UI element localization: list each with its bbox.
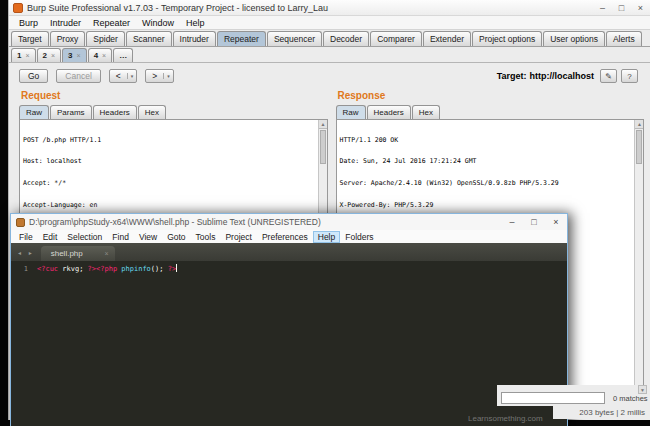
help-button[interactable]: ?: [621, 69, 638, 83]
desktop: Burp Suite Professional v1.7.03 - Tempor…: [0, 0, 650, 426]
menu-project[interactable]: Project: [220, 232, 256, 242]
menu-edit[interactable]: Edit: [38, 232, 63, 242]
menu-view[interactable]: View: [134, 232, 162, 242]
repeater-tab-1[interactable]: 1 ×: [11, 48, 36, 62]
target-zone: Target: http://localhost ✎ ?: [497, 69, 642, 83]
repeater-tab-1-label: 1: [17, 51, 21, 60]
cancel-button: Cancel: [56, 69, 100, 83]
repeater-tab-2-label: 2: [43, 51, 47, 60]
menu-tools[interactable]: Tools: [191, 232, 221, 242]
next-request-button[interactable]: > ▾: [145, 69, 173, 83]
tab-spider[interactable]: Spider: [86, 31, 125, 46]
close-tab-icon[interactable]: ×: [51, 52, 55, 59]
question-icon: ?: [627, 72, 631, 81]
burp-titlebar: Burp Suite Professional v1.7.03 - Tempor…: [9, 0, 650, 16]
menu-folders[interactable]: Folders: [340, 232, 378, 242]
minimize-icon[interactable]: –: [501, 217, 523, 227]
maximize-icon[interactable]: □: [523, 217, 545, 227]
tab-repeater[interactable]: Repeater: [217, 31, 266, 46]
scrollbar-thumb[interactable]: [636, 130, 642, 164]
burp-window-title: Burp Suite Professional v1.7.03 - Tempor…: [27, 3, 328, 13]
menu-help[interactable]: Help: [180, 18, 211, 28]
tab-decoder[interactable]: Decoder: [323, 31, 369, 46]
sublime-titlebar: D:\program\phpStudy-x64\WWW\shell.php - …: [11, 214, 567, 230]
sublime-tabbar: ◂ ▸ shell.php ×: [11, 243, 567, 261]
menu-find[interactable]: Find: [107, 232, 134, 242]
target-label: Target:: [497, 71, 527, 81]
menu-file[interactable]: File: [14, 232, 38, 242]
response-tab-hex[interactable]: Hex: [412, 105, 440, 119]
request-tab-params[interactable]: Params: [50, 105, 92, 119]
minimize-icon[interactable]: –: [593, 3, 612, 13]
tab-target[interactable]: Target: [11, 31, 49, 46]
close-icon[interactable]: ×: [545, 217, 567, 227]
go-button[interactable]: Go: [19, 69, 48, 83]
chevron-down-icon[interactable]: ▾: [163, 73, 173, 79]
repeater-subtabs: 1 × 2 × 3 × 4 × …: [9, 47, 650, 63]
close-tab-icon[interactable]: ×: [77, 52, 81, 59]
menu-preferences[interactable]: Preferences: [257, 232, 313, 242]
tab-scroll-arrows-icon[interactable]: ◂ ▸: [18, 249, 35, 256]
burp-app-icon: [13, 3, 23, 13]
repeater-tab-3[interactable]: 3 ×: [62, 48, 87, 62]
tab-extender[interactable]: Extender: [423, 31, 471, 46]
response-panel-title: Response: [338, 90, 645, 101]
repeater-tab-more[interactable]: …: [113, 48, 133, 62]
response-tab-raw[interactable]: Raw: [336, 105, 366, 119]
search-input[interactable]: [501, 392, 605, 404]
repeater-tab-2[interactable]: 2 ×: [37, 48, 62, 62]
tab-user-options[interactable]: User options: [543, 31, 605, 46]
request-tab-headers[interactable]: Headers: [93, 105, 137, 119]
scrollbar-thumb[interactable]: [320, 130, 326, 164]
tab-project-options[interactable]: Project options: [472, 31, 542, 46]
response-search-bar: ▼ 0 matches: [497, 385, 650, 406]
chevron-down-icon[interactable]: ▾: [127, 73, 137, 79]
sublime-tab-shellphp[interactable]: shell.php ×: [41, 246, 115, 261]
sublime-menubar: File Edit Selection Find View Goto Tools…: [11, 230, 567, 243]
maximize-icon[interactable]: □: [612, 3, 631, 13]
watermark: Learnsomething.com: [468, 414, 543, 423]
menu-burp[interactable]: Burp: [13, 18, 44, 28]
close-tab-icon[interactable]: ×: [25, 52, 29, 59]
pencil-icon: ✎: [605, 72, 612, 81]
scroll-down-icon[interactable]: ▼: [638, 385, 647, 394]
close-tab-icon[interactable]: ×: [102, 52, 106, 59]
request-tab-raw[interactable]: Raw: [19, 105, 49, 119]
close-tab-icon[interactable]: ×: [105, 250, 109, 257]
tab-alerts[interactable]: Alerts: [606, 31, 642, 46]
repeater-tab-more-label: …: [119, 51, 127, 60]
scroll-up-icon[interactable]: ▲: [319, 120, 328, 129]
menu-intruder[interactable]: Intruder: [44, 18, 87, 28]
tab-proxy[interactable]: Proxy: [50, 31, 86, 46]
tab-sequencer[interactable]: Sequencer: [267, 31, 322, 46]
response-tab-headers[interactable]: Headers: [367, 105, 411, 119]
request-panel-title: Request: [21, 90, 328, 101]
menu-repeater[interactable]: Repeater: [87, 18, 136, 28]
next-icon[interactable]: >: [146, 71, 163, 81]
menu-window[interactable]: Window: [136, 18, 180, 28]
request-tab-hex[interactable]: Hex: [138, 105, 166, 119]
sublime-editor[interactable]: 1 <?cuc rkvg; ?><?php phpinfo(); ?>: [11, 261, 567, 274]
response-scrollbar[interactable]: ▲: [634, 120, 643, 390]
prev-request-button[interactable]: < ▾: [109, 69, 137, 83]
tab-scanner[interactable]: Scanner: [126, 31, 172, 46]
menu-goto[interactable]: Goto: [162, 232, 190, 242]
repeater-tab-3-label: 3: [68, 51, 72, 60]
close-icon[interactable]: ×: [631, 3, 650, 13]
menu-selection[interactable]: Selection: [62, 232, 107, 242]
repeater-toolbar: Go Cancel < ▾ > ▾ Target: http://localho…: [9, 63, 650, 87]
scroll-up-icon[interactable]: ▲: [635, 120, 644, 129]
burp-main-tabs: Target Proxy Spider Scanner Intruder Rep…: [9, 30, 650, 47]
target-value: http://localhost: [530, 71, 595, 81]
response-timing-label: 203 bytes | 2 millis: [553, 406, 650, 419]
sublime-window-title: D:\program\phpStudy-x64\WWW\shell.php - …: [29, 217, 321, 227]
tab-comparer[interactable]: Comparer: [370, 31, 422, 46]
repeater-tab-4[interactable]: 4 ×: [88, 48, 113, 62]
burp-menubar: Burp Intruder Repeater Window Help: [9, 16, 650, 30]
line-number: 1: [11, 264, 37, 274]
menu-help[interactable]: Help: [313, 231, 340, 243]
tab-intruder[interactable]: Intruder: [173, 31, 216, 46]
sublime-window: D:\program\phpStudy-x64\WWW\shell.php - …: [10, 213, 568, 426]
prev-icon[interactable]: <: [110, 71, 127, 81]
edit-target-button[interactable]: ✎: [600, 69, 617, 83]
